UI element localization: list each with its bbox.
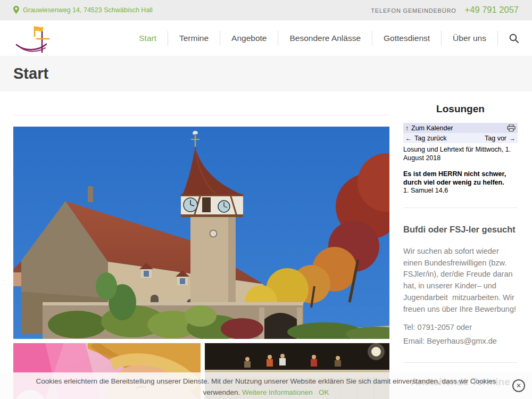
nav-item-ueber-uns[interactable]: Über uns [441,31,497,46]
bufdi-text: Wir suchen ab sofort wieder einen Bundes… [403,246,518,315]
up-arrow-icon: ↑ [405,124,409,132]
losungen-verse-ref: 1. Samuel 14,6 [403,187,518,193]
address-text: Grauwiesenweg 14, 74523 Schwäbisch Hall [23,6,153,14]
losungen-day-nav-row: ← Tag zurück Tag vor → [403,133,518,143]
right-arrow-icon: → [509,135,516,142]
page-title-band: Start [0,56,532,92]
sidebar-divider-2 [403,362,518,363]
left-arrow-icon: ← [405,135,412,142]
site-header: Start Termine Angebote Besondere Anlässe… [0,20,532,56]
search-button[interactable] [497,31,519,46]
top-info-bar: Grauwiesenweg 14, 74523 Schwäbisch Hall … [0,0,532,20]
nav-item-termine[interactable]: Termine [168,31,220,46]
prev-day-link[interactable]: ← Tag zurück [405,135,446,142]
calendar-link[interactable]: ↑ Zum Kalender [405,124,453,132]
page-title: Start [13,65,48,82]
main-nav: Start Termine Angebote Besondere Anlässe… [128,31,519,46]
nav-item-start[interactable]: Start [128,31,168,46]
losungen-verse: Es ist dem HERRN nicht schwer, durch vie… [403,170,518,187]
cookie-more-info-link[interactable]: Weitere Informationen [242,388,313,396]
circle-x-icon: ✕ [516,382,521,389]
losungen-date-line: Losung und Lehrtext für Mittwoch, 1. Aug… [403,146,518,162]
nav-item-angebote[interactable]: Angebote [220,31,278,46]
cookie-close-button[interactable]: ✕ [512,379,525,392]
losungen-widget: ↑ Zum Kalender ← Tag zurück Tag vor → [403,123,518,193]
cookie-banner: Cookies erleichtern die Bereitstellung u… [0,372,532,399]
main-area: Losungen ↑ Zum Kalender ← Tag zurück [0,92,532,399]
church-photo [13,127,389,339]
printer-icon[interactable] [507,124,516,131]
cookie-ok-button[interactable]: OK [319,388,329,396]
bufdi-title: Bufdi oder FSJ-ler gesucht [403,225,518,235]
church-logo[interactable] [13,23,57,54]
nav-item-besondere-anlaesse[interactable]: Besondere Anlässe [278,31,372,46]
losungen-calendar-row: ↑ Zum Kalender [403,123,518,133]
magnifier-icon [509,34,519,43]
sidebar: Losungen ↑ Zum Kalender ← Tag zurück [403,92,518,388]
cookie-message: Cookies erleichtern die Bereitstellung u… [19,372,513,398]
next-day-link[interactable]: Tag vor → [485,135,516,142]
bufdi-tel: Tel: 0791-2057 oder [403,320,518,334]
address-link[interactable]: Grauwiesenweg 14, 74523 Schwäbisch Hall [13,6,153,14]
pin-icon [13,6,19,14]
phone-block: TELEFON GEMEINDEBÜRO +49 791 2057 [371,5,519,15]
phone-number-link[interactable]: +49 791 2057 [465,5,519,15]
bufdi-email: Email: Beyerhaus@gmx.de [403,334,518,348]
nav-item-gottesdienst[interactable]: Gottesdienst [372,31,441,46]
phone-label: TELEFON GEMEINDEBÜRO [371,7,456,14]
sidebar-divider [403,207,518,208]
content-divider [13,115,389,115]
losungen-title: Losungen [403,103,518,115]
